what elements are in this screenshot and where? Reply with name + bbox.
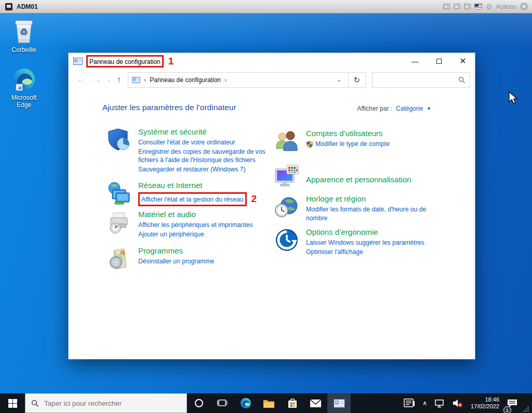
taskbar-clock[interactable]: 18:46 17/02/2022 xyxy=(467,396,503,410)
category-link[interactable]: Modifier les formats de date, d'heure ou… xyxy=(306,205,445,222)
category-network-internet: Réseau et Internet Afficher l'état et la… xyxy=(107,181,281,208)
category-title[interactable]: Programmes xyxy=(138,246,183,255)
category-link[interactable]: Laisser Windows suggérer les paramètres xyxy=(306,238,424,247)
cortana-button[interactable] xyxy=(187,393,210,413)
clock-globe-icon xyxy=(274,194,299,223)
taskbar-edge-button[interactable] xyxy=(234,393,257,413)
control-panel-icon xyxy=(73,58,83,65)
clock-time: 18:46 xyxy=(471,396,499,403)
cortana-icon xyxy=(194,398,204,408)
microsoft-store-icon xyxy=(287,397,298,409)
annotation-box-2: Afficher l'état et la gestion du réseau xyxy=(138,192,247,206)
history-dropdown-icon[interactable]: ⌄ xyxy=(105,77,112,83)
forward-button[interactable]: → xyxy=(89,75,105,85)
category-title[interactable]: Réseau et Internet xyxy=(138,181,202,190)
view-by-dropdown-icon[interactable]: ▼ xyxy=(427,106,431,111)
appearance-monitor-icon xyxy=(274,164,299,191)
category-link[interactable]: Sauvegarder et restaurer (Windows 7) xyxy=(138,165,246,174)
category-link[interactable]: Désinstaller un programme xyxy=(138,257,214,266)
category-hardware-sound: Matériel et audio Afficher les périphéri… xyxy=(107,210,281,239)
category-title[interactable]: Apparence et personnalisation xyxy=(306,175,411,184)
category-link[interactable]: Enregistrer des copies de sauvegarde de … xyxy=(138,148,280,165)
category-title[interactable]: Matériel et audio xyxy=(138,210,196,219)
vm-thumbnail-icon[interactable] xyxy=(443,4,450,9)
resize-grip[interactable] xyxy=(523,406,529,412)
taskbar-control-panel-button[interactable] xyxy=(327,393,351,413)
volume-muted-icon xyxy=(452,398,463,408)
control-panel-icon xyxy=(132,77,140,83)
vm-thumbnail-icon[interactable] xyxy=(464,4,471,9)
shield-security-icon xyxy=(107,127,131,174)
network-tray-button[interactable] xyxy=(431,393,448,413)
tray-overflow-button[interactable]: ∧ xyxy=(419,393,431,413)
window-titlebar[interactable]: Panneau de configuration 1 — ✕ xyxy=(69,53,475,69)
page-title: Ajuster les paramètres de l’ordinateur xyxy=(102,103,236,112)
maximize-button[interactable] xyxy=(427,53,451,69)
uac-shield-icon xyxy=(306,141,313,148)
vm-title: ADM01 xyxy=(17,3,38,10)
up-button[interactable]: ↑ xyxy=(112,75,126,85)
view-by-label: Afficher par : xyxy=(357,105,392,112)
gear-icon[interactable]: ⚙ xyxy=(486,3,493,10)
refresh-button[interactable]: ↻ xyxy=(349,72,366,88)
category-link[interactable]: Afficher les périphériques et imprimante… xyxy=(138,221,253,230)
task-view-icon xyxy=(217,399,228,407)
file-explorer-icon xyxy=(263,398,275,408)
windows-logo-icon xyxy=(8,399,17,408)
desktop-icon-label: Microsoft Edge xyxy=(11,94,37,109)
action-center-button[interactable]: 1 xyxy=(503,393,523,413)
network-internet-icon xyxy=(107,181,131,208)
taskbar-explorer-button[interactable] xyxy=(257,393,281,413)
start-button[interactable] xyxy=(0,393,25,413)
category-link[interactable]: Ajouter un périphérique xyxy=(138,230,204,239)
back-button[interactable]: ← xyxy=(73,75,89,85)
volume-tray-button[interactable] xyxy=(448,393,467,413)
search-input[interactable] xyxy=(377,76,458,84)
explorer-search-box[interactable] xyxy=(372,72,470,88)
control-panel-icon xyxy=(334,399,345,408)
window-title: Panneau de configuration xyxy=(89,58,161,65)
address-dropdown-icon[interactable]: ⌄ xyxy=(334,76,344,83)
vm-toolbar: ADM01 ⚙ Actions ✕ xyxy=(0,0,532,14)
mouse-cursor xyxy=(508,91,518,105)
desktop-icon-recycle-bin[interactable]: ♻ Corbeille xyxy=(3,18,45,54)
vm-close-icon[interactable]: ✕ xyxy=(520,3,528,10)
taskbar-mail-button[interactable] xyxy=(304,393,327,413)
category-link[interactable]: Optimiser l'affichage xyxy=(306,248,363,257)
category-clock-region: Horloge et région Modifier les formats d… xyxy=(274,194,448,223)
taskbar-store-button[interactable] xyxy=(281,393,304,413)
recycle-bin-icon: ♻ xyxy=(12,18,36,45)
address-bar[interactable]: › Panneau de configuration › ⌄ xyxy=(128,72,349,88)
taskbar-search-input[interactable] xyxy=(44,399,181,407)
task-view-button[interactable] xyxy=(210,393,234,413)
annotation-number-1: 1 xyxy=(168,56,174,67)
breadcrumb[interactable]: Panneau de configuration xyxy=(150,76,221,84)
view-by-dropdown[interactable]: Catégorie xyxy=(396,105,423,112)
desktop-icon-edge[interactable]: Microsoft Edge xyxy=(3,66,45,109)
vm-actions-button[interactable]: Actions xyxy=(496,3,516,10)
category-title[interactable]: Système et sécurité xyxy=(138,127,207,136)
category-link[interactable]: Consulter l'état de votre ordinateur xyxy=(138,138,235,147)
category-title[interactable]: Options d’ergonomie xyxy=(306,228,378,236)
keyboard-layout-flag-icon[interactable] xyxy=(474,4,482,9)
screen: ADM01 ⚙ Actions ✕ ♻ Corbeille xyxy=(0,0,532,413)
category-title[interactable]: Comptes d’utilisateurs xyxy=(306,129,383,138)
news-widget-button[interactable] xyxy=(400,393,419,413)
category-link[interactable]: Modifier le type de compte xyxy=(315,140,390,149)
control-panel-window: Panneau de configuration 1 — ✕ ← → ⌄ ↑ xyxy=(68,52,475,359)
category-programs: Programmes Désinstaller un programme xyxy=(107,246,281,273)
network-status-link[interactable]: Afficher l'état et la gestion du réseau xyxy=(141,196,244,203)
explorer-navbar: ← → ⌄ ↑ › Panneau de configuration › xyxy=(69,69,475,90)
category-appearance: Apparence et personnalisation xyxy=(274,164,448,191)
breadcrumb-separator[interactable]: › xyxy=(224,76,227,84)
category-title[interactable]: Horloge et région xyxy=(306,194,366,203)
taskbar-search[interactable] xyxy=(25,393,187,413)
clock-date: 17/02/2022 xyxy=(471,403,499,410)
category-ease-of-access: Options d’ergonomie Laisser Windows sugg… xyxy=(274,228,448,257)
close-button[interactable]: ✕ xyxy=(451,53,475,69)
vm-window-icon xyxy=(5,3,12,10)
minimize-button[interactable]: — xyxy=(403,53,427,69)
vm-thumbnail-icon[interactable] xyxy=(454,4,460,9)
svg-text:♻: ♻ xyxy=(20,26,28,37)
search-icon xyxy=(458,76,466,84)
